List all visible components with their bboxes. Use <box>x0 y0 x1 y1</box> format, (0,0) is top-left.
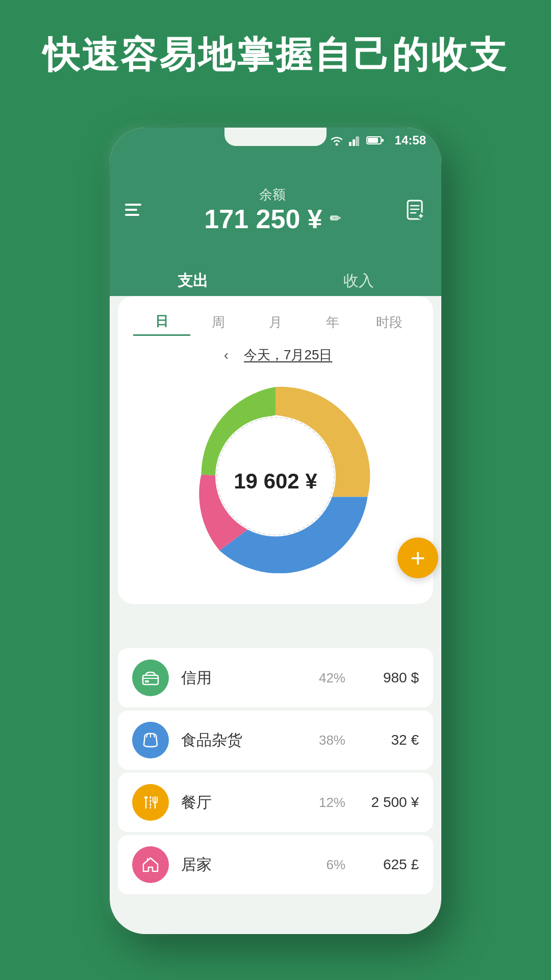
balance-label: 余额 <box>259 186 286 204</box>
period-tab-range[interactable]: 时段 <box>361 309 418 335</box>
category-percent-grocery: 38% <box>305 732 345 748</box>
balance-amount: 171 250 ¥ ✏ <box>204 204 340 234</box>
category-icon-restaurant <box>132 784 169 821</box>
status-icons: 14:58 <box>330 133 426 148</box>
category-amount-credit: 980 $ <box>358 670 419 686</box>
donut-chart-container: 19 602 ¥ + <box>118 374 433 589</box>
svg-point-0 <box>335 143 338 146</box>
svg-rect-18 <box>143 675 158 684</box>
edit-icon[interactable]: ✏ <box>330 211 341 227</box>
period-tab-month[interactable]: 月 <box>247 309 304 335</box>
svg-rect-3 <box>356 137 359 146</box>
tab-income[interactable]: 收入 <box>276 265 441 297</box>
category-item-credit[interactable]: 信用 42% 980 $ <box>118 648 433 707</box>
tab-bar: 支出 收入 <box>110 265 441 296</box>
main-card: 日 周 月 年 时段 ‹ 今天，7月25日 <box>118 296 433 604</box>
period-tab-day[interactable]: 日 <box>133 308 190 336</box>
date-prev-button[interactable]: ‹ <box>219 347 234 363</box>
svg-rect-20 <box>145 680 149 682</box>
category-item-restaurant[interactable]: 餐厅 12% 2 500 ¥ <box>118 773 433 832</box>
svg-rect-6 <box>368 138 378 143</box>
period-tabs: 日 周 月 年 时段 <box>118 296 433 341</box>
date-text: 今天，7月25日 <box>244 346 332 364</box>
period-tab-year[interactable]: 年 <box>304 309 361 335</box>
category-percent-home: 6% <box>305 857 345 873</box>
signal-icon <box>349 135 361 146</box>
category-item-home[interactable]: 居家 6% 625 £ <box>118 835 433 894</box>
notch <box>224 128 327 146</box>
svg-point-16 <box>215 416 336 536</box>
category-name-home: 居家 <box>181 854 292 875</box>
category-icon-home <box>132 846 169 883</box>
category-percent-credit: 42% <box>305 670 345 686</box>
app-header: 余额 171 250 ¥ ✏ <box>110 153 441 265</box>
category-name-restaurant: 餐厅 <box>181 792 292 813</box>
donut-chart <box>179 379 372 573</box>
category-amount-grocery: 32 € <box>358 732 419 748</box>
category-name-grocery: 食品杂货 <box>181 730 292 751</box>
date-nav: ‹ 今天，7月25日 <box>118 341 433 374</box>
add-button[interactable]: + <box>397 537 438 578</box>
phone-frame: 14:58 余额 171 250 ¥ ✏ <box>110 128 441 934</box>
menu-icon[interactable] <box>125 204 141 216</box>
battery-icon <box>366 135 385 145</box>
category-icon-credit <box>132 659 169 696</box>
category-amount-restaurant: 2 500 ¥ <box>358 794 419 811</box>
svg-rect-1 <box>349 142 352 146</box>
category-name-credit: 信用 <box>181 668 292 689</box>
svg-rect-7 <box>382 139 384 142</box>
status-time: 14:58 <box>395 133 426 148</box>
svg-rect-2 <box>353 139 355 146</box>
tab-expense[interactable]: 支出 <box>110 265 276 297</box>
period-tab-week[interactable]: 周 <box>190 309 247 335</box>
headline: 快速容易地掌握自己的收支 <box>0 31 551 80</box>
category-icon-grocery <box>132 722 169 758</box>
category-list: 信用 42% 980 $ 食品杂货 38% 32 € <box>118 648 433 896</box>
category-percent-restaurant: 12% <box>305 795 345 811</box>
category-amount-home: 625 £ <box>358 856 419 873</box>
category-item-grocery[interactable]: 食品杂货 38% 32 € <box>118 710 433 770</box>
wifi-icon <box>330 135 344 146</box>
report-icon[interactable] <box>404 199 426 221</box>
header-top-row: 余额 171 250 ¥ ✏ <box>110 186 441 234</box>
